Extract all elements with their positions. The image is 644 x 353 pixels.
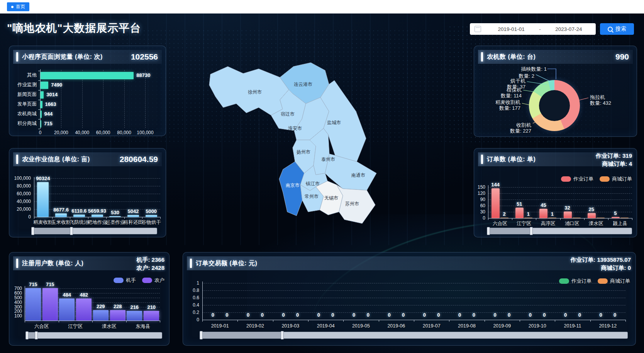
zero-value-label: 0 xyxy=(353,312,355,318)
month-label: 2019-01 xyxy=(211,323,229,329)
datazoom-handle-left[interactable] xyxy=(25,331,29,339)
transactions-stats: 作业订单: 13935875.07 商城订单: 0 xyxy=(570,256,631,272)
map-city-label: 盐城市 xyxy=(327,120,341,125)
bar[interactable] xyxy=(146,215,157,217)
header-accent-bar xyxy=(190,259,192,268)
value-label: 944 xyxy=(44,111,53,117)
bar[interactable] xyxy=(573,218,581,218)
zero-value-label: 0 xyxy=(331,312,334,318)
bar[interactable] xyxy=(41,111,42,118)
legend-item[interactable]: 商城订单 xyxy=(600,176,632,182)
date-end-field[interactable]: 2023-07-24 xyxy=(542,26,596,32)
bar[interactable] xyxy=(539,209,547,218)
zero-value-label: 0 xyxy=(388,312,390,318)
legend-swatch xyxy=(559,278,569,284)
axis-tick xyxy=(379,320,379,322)
date-range-picker[interactable]: 2019-01-01 - 2023-07-24 xyxy=(470,23,596,35)
datazoom-handle-left[interactable] xyxy=(487,227,490,235)
month-label: 2019-10 xyxy=(529,323,546,329)
legend-item[interactable]: 商城订单 xyxy=(598,278,630,285)
legend-swatch xyxy=(598,278,608,284)
legend-label: 商城订单 xyxy=(610,278,630,285)
bar[interactable] xyxy=(93,310,108,321)
category-label: 秸秆还田 xyxy=(124,219,143,226)
datazoom-slider[interactable] xyxy=(32,228,157,234)
bar[interactable] xyxy=(127,215,139,217)
datazoom-handle-left[interactable] xyxy=(200,331,203,339)
datazoom-handle-right[interactable] xyxy=(530,227,533,235)
bar[interactable] xyxy=(491,188,500,218)
bar[interactable] xyxy=(41,120,41,128)
datazoom-handle-right[interactable] xyxy=(70,227,73,235)
bar[interactable] xyxy=(59,298,75,321)
bar[interactable] xyxy=(524,218,532,218)
bar[interactable] xyxy=(144,311,159,321)
gridline xyxy=(202,305,625,305)
value-label: 32 xyxy=(564,205,570,211)
legend-item[interactable]: 机手 xyxy=(114,277,136,284)
datazoom-selected-range[interactable] xyxy=(33,228,71,234)
value-label: 210 xyxy=(147,304,156,310)
axis-tick xyxy=(70,217,70,219)
datazoom-selected-range[interactable] xyxy=(201,332,282,338)
bar[interactable] xyxy=(515,208,524,218)
header-accent-bar xyxy=(481,155,483,164)
tab-home[interactable]: 首页 xyxy=(7,2,29,11)
bar[interactable] xyxy=(41,82,48,89)
datazoom-slider[interactable] xyxy=(488,228,632,234)
panel-header: 订单交易额 (单位: 元) xyxy=(187,256,632,270)
category-label: 积分商城 xyxy=(9,120,37,127)
category-label: 其他 xyxy=(9,72,37,78)
legend-item[interactable]: 作业订单 xyxy=(559,278,591,285)
bar[interactable] xyxy=(500,218,508,218)
bar[interactable] xyxy=(41,72,134,79)
bar[interactable] xyxy=(41,91,44,99)
datazoom-handle-right[interactable] xyxy=(35,331,38,339)
bar[interactable] xyxy=(127,311,142,321)
bar[interactable] xyxy=(76,298,92,321)
value-label: 715 xyxy=(46,281,54,287)
bar[interactable] xyxy=(564,211,572,218)
legend-item[interactable]: 农户 xyxy=(142,277,164,284)
bar[interactable] xyxy=(110,310,125,321)
y-axis-line xyxy=(34,177,34,217)
bar[interactable] xyxy=(588,213,596,218)
x-axis-line xyxy=(34,217,160,217)
search-button[interactable]: 搜索 xyxy=(600,23,634,35)
axis-tick-label: 0.6 xyxy=(183,295,199,300)
value-label: 3014 xyxy=(46,92,58,97)
work-info-chart: 100,00080,00060,00040,00020,000090324稻麦收… xyxy=(9,169,166,227)
panel-title: 订单数 (单位: 单) xyxy=(487,155,536,164)
gridline xyxy=(488,193,632,194)
bar[interactable] xyxy=(25,288,41,321)
users-stats: 机手: 2366 农户: 2428 xyxy=(136,256,164,272)
bar[interactable] xyxy=(42,288,58,321)
month-label: 2019-04 xyxy=(317,323,335,329)
header-accent-bar xyxy=(16,259,18,268)
page-views-chart: 其他88730作业监测7490新闻页面3014发单页面1663农机商城944积分… xyxy=(9,66,166,136)
bar[interactable] xyxy=(92,215,103,217)
category-label: 起垄作业 xyxy=(105,219,125,226)
value-label: 484 xyxy=(63,292,71,298)
datazoom-handle-left[interactable] xyxy=(31,227,34,235)
bar[interactable] xyxy=(597,218,605,218)
datazoom-handle-right[interactable] xyxy=(281,331,284,339)
bar[interactable] xyxy=(109,216,121,217)
month-label: 2019-07 xyxy=(423,323,441,329)
bar[interactable] xyxy=(612,217,620,218)
datazoom-selected-range[interactable] xyxy=(488,228,531,234)
datazoom-slider[interactable] xyxy=(27,332,162,339)
bar[interactable] xyxy=(55,213,67,217)
axis-tick xyxy=(124,217,125,219)
bar[interactable] xyxy=(620,218,629,218)
month-label: 2019-11 xyxy=(564,323,581,329)
map-region-南京市[interactable] xyxy=(279,162,304,216)
datazoom-slider[interactable] xyxy=(201,332,628,339)
bar[interactable] xyxy=(548,218,556,218)
map-city-label: 徐州市 xyxy=(248,89,262,95)
bar[interactable] xyxy=(73,215,85,217)
bar[interactable] xyxy=(37,182,49,217)
bar[interactable] xyxy=(41,101,42,108)
date-start-field[interactable]: 2019-01-01 xyxy=(484,26,538,32)
legend-item[interactable]: 作业订单 xyxy=(561,176,593,182)
